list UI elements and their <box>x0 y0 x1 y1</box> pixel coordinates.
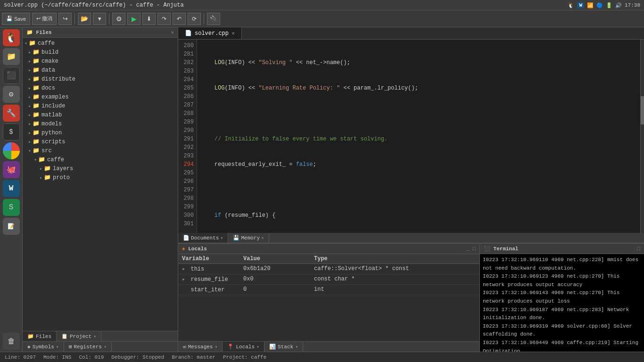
locals-expand[interactable]: □ <box>472 246 476 252</box>
tree-item-proto[interactable]: ▸ 📁 proto <box>23 173 178 182</box>
tree-item-caffe-root[interactable]: ▾ 📁 caffe <box>23 39 178 48</box>
terminal-expand[interactable]: □ <box>637 246 640 252</box>
tab-locals[interactable]: 📍 Locals ▾ <box>223 342 264 352</box>
status-debugger: Debugger: Stopped <box>111 354 164 360</box>
locals-minimize[interactable]: _ <box>467 246 470 252</box>
tree-item-models[interactable]: ▸ 📁 models <box>23 119 178 128</box>
symbols-tab-arrow: ▾ <box>56 344 59 350</box>
tree-item-distribute[interactable]: ▸ 📁 distribute <box>23 74 178 83</box>
redo-button[interactable]: ↪ <box>58 13 72 25</box>
dock-icon-files[interactable]: 📁 <box>3 48 20 65</box>
tab-close-button[interactable]: ✕ <box>231 30 235 37</box>
terminal-line-2: I0223 17:32:10.969123 4969 net.cpp:270] … <box>483 272 641 289</box>
file-panel-close[interactable]: ✕ <box>171 29 174 35</box>
file-tree: ▾ 📁 caffe ▸ 📁 build ▸ 📁 cmake ▸ 📁 data ▸ <box>23 38 178 331</box>
tree-item-src-caffe[interactable]: ▾ 📁 caffe <box>23 155 178 164</box>
file-panel-bottom-tabs: ◈ Symbols ▾ ⊞ Registers ▾ <box>23 341 178 352</box>
line-286: 286 <box>181 92 194 101</box>
files-label: 📁 Files <box>26 29 52 35</box>
files-tab-icon: 📁 <box>27 333 34 339</box>
line-294-breakpoint[interactable]: 294 <box>181 160 194 169</box>
tree-item-include[interactable]: ▸ 📁 include <box>23 101 178 110</box>
tree-label: matlab <box>41 112 62 118</box>
tab-stack[interactable]: 📊 Stack ▾ <box>264 342 303 352</box>
tab-solver-cpp[interactable]: 📄 solver.cpp ✕ <box>178 27 242 39</box>
terminal-header: ⬛ Terminal □ <box>480 244 644 254</box>
scroll-thumb[interactable] <box>641 96 644 124</box>
code-view[interactable]: 280 281 282 283 284 285 286 287 288 289 … <box>178 40 644 233</box>
tab-project[interactable]: 📋 Project ▾ <box>57 331 101 341</box>
dock-icon-ubuntu[interactable]: 🐧 <box>3 29 20 46</box>
messages-tab-arrow: ▾ <box>215 344 217 350</box>
folder-icon: 📁 <box>33 75 40 82</box>
dock-icon-terminal[interactable]: ⬛ <box>3 67 20 84</box>
run-button[interactable]: ▶ <box>127 13 140 25</box>
undo-button[interactable]: ↩ 撤消 <box>32 13 57 25</box>
code-editor[interactable]: LOG(INFO) << "Solving " << net_->name();… <box>197 40 640 233</box>
tree-item-python[interactable]: ▸ 📁 python <box>23 128 178 137</box>
plugin-button[interactable]: 🔌 <box>207 13 220 25</box>
dock-icon-tools[interactable]: 🔧 <box>3 105 20 122</box>
tree-item-data[interactable]: ▸ 📁 data <box>23 66 178 74</box>
line-282: 282 <box>181 58 194 67</box>
tree-item-docs[interactable]: ▸ 📁 docs <box>23 83 178 92</box>
step-over-button[interactable]: ↷ <box>157 13 171 25</box>
terminal-title: ⬛ Terminal <box>484 246 518 252</box>
folder-icon: 📁 <box>33 129 40 136</box>
dock-icon-settings[interactable]: ⚙ <box>3 86 20 103</box>
step-in-button[interactable]: ⬇ <box>142 13 156 25</box>
bluetooth-icon: 🔵 <box>596 2 603 8</box>
dock-icon-editor[interactable]: 📝 <box>3 218 20 235</box>
battery-icon: 🔋 <box>606 2 612 8</box>
locals-row-start-iter[interactable]: ▸ start_iter 0 int <box>178 285 479 295</box>
dock-icon-word[interactable]: W <box>3 180 20 197</box>
open-file-button[interactable]: 📂 <box>78 13 91 25</box>
folder-icon: 📁 <box>44 174 51 181</box>
line-299: 299 <box>181 203 194 211</box>
symbols-tab-icon: ◈ <box>27 344 31 350</box>
terminal-panel: ⬛ Terminal □ I0223 17:32:10.969110 4969 … <box>480 244 644 352</box>
dock-icon-terminal2[interactable]: $ <box>3 123 20 140</box>
registers-tab-arrow: ▾ <box>104 344 107 350</box>
col-type: Type <box>310 254 479 263</box>
locals-row-this[interactable]: ▸ this 0x6b1a20 caffe::Solver<float> * c… <box>178 264 479 274</box>
tab-registers[interactable]: ⊞ Registers ▾ <box>64 342 112 352</box>
dock-icon-trash[interactable]: 🗑 <box>3 333 20 350</box>
save-button[interactable]: 💾 Save <box>2 13 30 25</box>
tree-item-examples[interactable]: ▸ 📁 examples <box>23 92 178 101</box>
tree-item-layers[interactable]: ▸ 📁 layers <box>23 164 178 173</box>
continue-button[interactable]: ⟳ <box>188 13 201 25</box>
scrollbar[interactable] <box>640 40 644 233</box>
tree-item-scripts[interactable]: ▸ 📁 scripts <box>23 137 178 146</box>
separator-3 <box>204 13 204 25</box>
expand-arrow: ▸ <box>28 121 31 127</box>
system-tray: 🐧 W 📶 🔵 🔋 🔊 17:38 <box>564 0 644 10</box>
line-numbers: 280 281 282 283 284 285 286 287 288 289 … <box>178 40 197 233</box>
tree-label: data <box>41 67 55 74</box>
tree-item-matlab[interactable]: ▸ 📁 matlab <box>23 110 178 119</box>
folder-icon: 📁 <box>33 120 40 127</box>
tree-item-cmake[interactable]: ▸ 📁 cmake <box>23 57 178 66</box>
step-out-button[interactable]: ↶ <box>173 13 186 25</box>
titlebar: solver.cpp (~/caffe/caffe/src/caffe) - c… <box>0 0 644 10</box>
locals-row-resume-file[interactable]: ▸ resume_file 0x0 const char * <box>178 274 479 285</box>
tab-messages[interactable]: ✉ Messages ▾ <box>178 342 223 352</box>
tab-files[interactable]: 📁 Files <box>23 331 57 341</box>
tab-memory[interactable]: 💾 Memory ▾ <box>228 233 269 243</box>
tab-documents[interactable]: 📄 Documents ▾ <box>178 233 228 243</box>
tab-symbols[interactable]: ◈ Symbols ▾ <box>23 342 64 352</box>
expand-arrow: ▸ <box>28 130 31 136</box>
bottom-area: ◈ Locals _ □ Variable Value Type <box>178 243 644 352</box>
open-dropdown-button[interactable]: ▾ <box>93 13 106 25</box>
tree-label: caffe <box>47 156 64 163</box>
tree-item-src[interactable]: ▾ 📁 src <box>23 146 178 155</box>
tree-item-build[interactable]: ▸ 📁 build <box>23 48 178 57</box>
terminal-line-3: I0223 17:32:10.969143 4969 net.cpp:270] … <box>483 289 641 305</box>
val-this: 0x6b1a20 <box>239 264 310 274</box>
dock-icon-git[interactable]: 🐙 <box>3 161 20 178</box>
dock-icon-chrome[interactable] <box>3 142 20 159</box>
build-button[interactable]: ⚙ <box>112 13 125 25</box>
folder-icon: 📁 <box>33 111 40 118</box>
terminal-output: I0223 17:32:10.969110 4969 net.cpp:228] … <box>480 254 644 352</box>
dock-icon-libreoffice[interactable]: S <box>3 199 20 216</box>
